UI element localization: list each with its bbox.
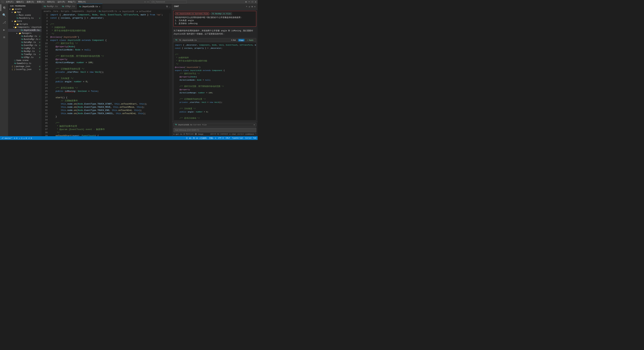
status-eol[interactable]: CRLF <box>226 137 230 139</box>
file-tag-resmgr[interactable]: TS ResMgr.ts File <box>211 12 232 15</box>
followup-close[interactable]: ✕ <box>254 124 255 126</box>
tab-resmgr[interactable]: TS ResMgr.ts <box>42 4 60 9</box>
menu-goto[interactable]: 转到(G) <box>47 0 55 3</box>
meta-model[interactable]: ⊙ gpt-4o <box>174 133 182 135</box>
copy-button[interactable]: Copy <box>238 39 244 41</box>
chat-body[interactable]: TS Joystick2D.ts Current File TS ResMgr.… <box>172 9 258 122</box>
code-line-13 <box>50 51 170 55</box>
sidebar-item-tsconfig-json[interactable]: { } tsconfig.json U <box>8 68 42 71</box>
breadcrumb-method[interactable]: ◈ onTouchEnd <box>137 10 151 13</box>
meta-mention[interactable]: @ Mention <box>184 133 194 135</box>
sidebar-item-assets[interactable]: ▼ 📁 assets <box>8 8 42 11</box>
status-encoding[interactable]: UTF-8 <box>218 137 224 139</box>
source-control-activity-icon[interactable]: ⎇ <box>1 19 8 26</box>
run-activity-icon[interactable]: ▶ <box>1 26 8 33</box>
sidebar-item-logmgr[interactable]: TS LogMgr.ts U <box>8 47 42 50</box>
breadcrumb-class[interactable]: ⊕ Joystick2D <box>120 10 134 13</box>
tab-uimgr[interactable]: TS UIMgr.ts <box>60 4 77 9</box>
ask-button[interactable]: ✦ Ask <box>230 39 237 41</box>
status-language[interactable]: TypeScript <box>232 137 243 139</box>
menu-terminal[interactable]: 终端(T) <box>68 0 76 3</box>
breadcrumb-components[interactable]: Components <box>72 10 84 12</box>
resmgr-ts-icon: TS <box>44 5 46 7</box>
line-numbers: 12345 678910 1112131415 1617181920 21222… <box>42 13 49 136</box>
breadcrumb-scripts[interactable]: Scripts <box>61 10 69 12</box>
sidebar-item-resmgr[interactable]: TS ResMgr.ts U <box>8 50 42 53</box>
breadcrumb-filename[interactable]: Joystick2D.ts <box>101 10 117 12</box>
joystick2d-link[interactable]: Joystick2D <box>174 33 186 35</box>
code-line-16: directionRange: number = 100; <box>50 61 170 64</box>
menu-help[interactable]: 帮助(H) <box>78 0 86 3</box>
extensions-activity-icon[interactable]: ⊞ <box>1 34 8 40</box>
menu-edit[interactable]: 编辑(E) <box>16 0 24 3</box>
breadcrumb-core[interactable]: Core <box>53 10 58 12</box>
sidebar-item-timemgr[interactable]: TS TimeMgr.ts U <box>8 53 42 56</box>
sidebar-item-scripts[interactable]: ▼ 📁 Scripts <box>8 23 42 26</box>
editor-area: TS ResMgr.ts TS UIMgr.ts TS Joystick2D.t… <box>42 4 172 136</box>
joystick2d-tab-close[interactable]: ✕ <box>99 5 100 8</box>
status-spaces[interactable]: 空格: 4 <box>209 137 216 139</box>
search-activity-icon[interactable]: 🔍 <box>1 12 8 18</box>
sidebar-item-mainentry[interactable]: TS MainEntry.ts U <box>8 17 42 20</box>
sidebar-item-components-joystick[interactable]: ▼ 📁 Components \Joystick <box>8 26 42 29</box>
minimize-button[interactable]: ─ <box>248 1 250 3</box>
files-activity-icon[interactable]: ⎗ <box>1 4 8 11</box>
more-actions-icon[interactable]: … <box>169 5 170 8</box>
code-line-5: * 2D摇杆组件 <box>50 26 170 29</box>
chat-meta-left: ⊙ gpt-4o @ Mention 🖼 Image <box>174 133 204 135</box>
menu-view[interactable]: 查看(V) <box>37 0 44 3</box>
sidebar-item-app[interactable]: ▶ 📁 App <box>8 11 42 14</box>
sidebar-item-joystick2d[interactable]: TS Joystick2D.ts U <box>8 29 42 32</box>
sidebar-item-bundlemgr[interactable]: TS BundleMgr.ts U <box>8 38 42 41</box>
nav-back-button[interactable]: ← <box>144 1 146 3</box>
code-area[interactable]: import { _decorator, Component, Node, Ve… <box>49 13 170 136</box>
chat-input-field[interactable] <box>175 129 255 131</box>
maximize-button[interactable]: □ <box>252 1 253 3</box>
breadcrumb-joystick[interactable]: Joystick <box>86 10 96 12</box>
status-sync[interactable]: ⊙ 0 <box>14 137 18 139</box>
nav-forward-button[interactable]: → <box>147 1 148 3</box>
settings-icon[interactable]: ⚙ <box>245 1 246 3</box>
status-git-branch[interactable]: ⎇ master* <box>1 137 12 139</box>
close-chat-icon[interactable]: ✕ <box>254 5 256 8</box>
tab-joystick2d[interactable]: TS Joystick2D.ts ✕ <box>77 4 102 9</box>
title-bar: ⬛ 文件(F) 编辑(E) 选择(S) 查看(V) 转到(G) 运行(R) 终端… <box>0 0 258 4</box>
meta-no-context: alt+# no context <box>210 133 228 135</box>
code-line-12: directionNode: Node = null; <box>50 48 170 51</box>
sidebar-item-package-json[interactable]: { } package.json U <box>8 65 42 68</box>
chat-panel: CHAT + ↺ ⊞ ✕ TS Joystick2D.ts Current Fi… <box>172 4 258 136</box>
file-tag-joystick[interactable]: TS Joystick2D.ts Current File <box>175 12 209 15</box>
status-bar-left: ⎇ master* ⊙ 0 ⚠ 1 △ 0 ✗ 0 <box>1 137 32 139</box>
sidebar-item-eventmgr[interactable]: TS EventMgr.ts U <box>8 44 42 47</box>
status-errors[interactable]: ⚠ 1 △ 0 <box>19 137 27 139</box>
sidebar-item-uimgr[interactable]: TS UIMgr.ts U <box>8 56 42 59</box>
sidebar-item-audiomgr[interactable]: TS AudioMgr.ts U <box>8 35 42 38</box>
meta-codebase: ctrl+= codebase ⌃ <box>238 133 256 135</box>
status-warnings[interactable]: ✗ 0 <box>28 137 32 139</box>
menu-select[interactable]: 选择(S) <box>26 0 34 3</box>
menu-run[interactable]: 运行(R) <box>58 0 65 3</box>
meta-image[interactable]: 🖼 Image <box>195 133 204 135</box>
sidebar-item-main-scene[interactable]: ⬡ Main.scene <box>8 14 42 17</box>
code-line-22: public angle: number = 0; <box>50 80 170 83</box>
ai-response-text: 为了将摇杆组件应用到游戏中，并添加两个公开变量 angle 和 isMoving… <box>174 29 256 36</box>
menu-file[interactable]: 文件(F) <box>6 0 14 3</box>
close-button[interactable]: ✕ <box>255 1 256 3</box>
meta-chat: ⊙ chat <box>230 133 236 135</box>
apply-button[interactable]: ✓ Apply <box>246 39 254 41</box>
code-line-3 <box>50 19 170 23</box>
split-editor-icon[interactable]: ⧉ <box>166 5 168 8</box>
sidebar-item-managers[interactable]: ▶ 📁 Managers <box>8 32 42 35</box>
status-position[interactable]: 行 83，列 22 (已选择) <box>186 137 207 139</box>
layout-chat-icon[interactable]: ⊞ <box>252 5 253 8</box>
sidebar-item-datamgr[interactable]: TS DataMgr.ts U <box>8 41 42 44</box>
sidebar-item-gameentry[interactable]: TS GameEntry.ts <box>8 62 42 65</box>
refresh-chat-icon[interactable]: ↺ <box>249 5 250 8</box>
status-cursor-tab[interactable]: Cursor Tab <box>245 137 256 139</box>
breadcrumb-assets[interactable]: assets <box>44 10 51 12</box>
new-chat-icon[interactable]: + <box>246 5 247 8</box>
sidebar-item-core[interactable]: ▼ 📁 Core <box>8 20 42 23</box>
sidebar-item-game-scene[interactable]: ⬡ Game.scene <box>8 59 42 62</box>
search-input[interactable] <box>150 0 187 3</box>
chat-header: CHAT + ↺ ⊞ ✕ <box>172 4 258 9</box>
